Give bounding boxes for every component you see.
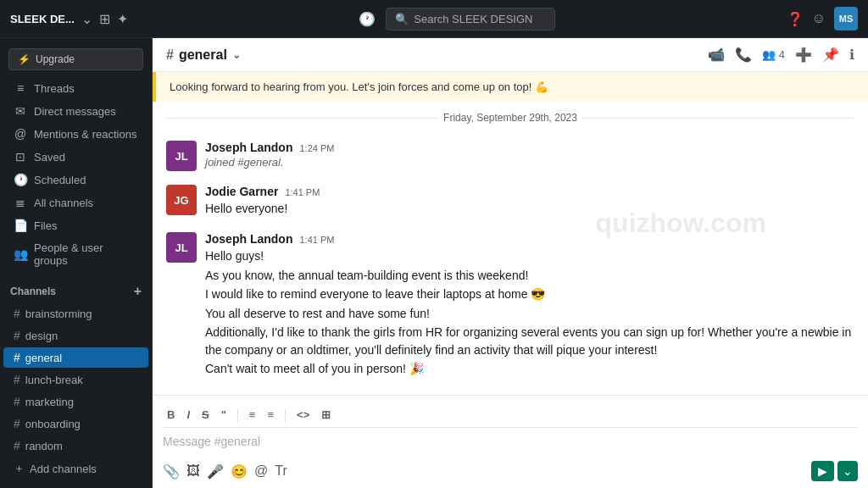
input-toolbar: B I S " ≡ ≡ <> ⊞ [163, 402, 858, 428]
message-joseph-hello[interactable]: JL Joseph Landon 1:41 PM Hello guys! As … [153, 225, 868, 385]
member-count[interactable]: 👥 4 [762, 48, 785, 61]
italic-button[interactable]: I [182, 406, 194, 424]
message-input[interactable] [163, 431, 858, 455]
sidebar-item-people[interactable]: 👥 People & user groups [3, 237, 148, 271]
pin-icon[interactable]: 📌 [822, 47, 839, 63]
msg-author: Jodie Garner [205, 185, 278, 198]
text-format-icon[interactable]: Tr [275, 463, 287, 479]
members-icon: 👥 [762, 48, 776, 61]
dm-section-header[interactable]: Direct messages + [0, 484, 152, 488]
microphone-icon[interactable]: 🎤 [207, 463, 224, 480]
attachment-icon[interactable]: 📎 [163, 463, 180, 480]
msg-time: 1:41 PM [299, 235, 334, 245]
expand-icon[interactable]: ⌄ [81, 11, 92, 27]
search-icon: 🔍 [395, 13, 409, 25]
history-icon[interactable]: 🕐 [359, 11, 376, 27]
workspace-name[interactable]: SLEEK DE... [10, 13, 75, 25]
channel-hash-icon: # [166, 47, 174, 63]
edit-icon[interactable]: ✦ [117, 11, 128, 27]
hash-icon: # [14, 307, 20, 320]
input-area: B I S " ≡ ≡ <> ⊞ 📎 🖼 🎤 [153, 395, 868, 488]
user-avatar[interactable]: MS [834, 7, 858, 30]
hash-icon: # [14, 439, 20, 452]
sidebar-item-files[interactable]: 📄 Files [3, 214, 148, 236]
channel-random[interactable]: # random [3, 435, 148, 456]
msg-line-1: As you know, the annual team-building ev… [205, 267, 854, 284]
msg-line-3: You all deserve to rest and have some fu… [205, 305, 854, 322]
main-content: # general ⌄ 📹 📞 👥 4 ➕ 📌 ℹ [153, 38, 868, 488]
channel-title[interactable]: # general ⌄ [166, 47, 241, 63]
toolbar-separator [237, 408, 238, 422]
video-icon[interactable]: 📹 [708, 47, 725, 63]
saved-icon: ⊡ [14, 150, 27, 164]
search-bar[interactable]: 🔍 Search SLEEK DESIGN [386, 8, 555, 30]
image-icon[interactable]: 🖼 [186, 463, 200, 479]
channel-general[interactable]: # general [3, 347, 148, 368]
emoji-picker-icon[interactable]: 😊 [231, 463, 248, 480]
channel-brainstorming[interactable]: # brainstorming [3, 303, 148, 324]
header-actions: 📹 📞 👥 4 ➕ 📌 ℹ [708, 47, 854, 63]
compose-icon[interactable]: ⊞ [99, 11, 110, 27]
msg-line-5: Can't wait to meet all of you in person!… [205, 360, 854, 377]
emoji-icon[interactable]: ☺ [812, 11, 826, 26]
channels-section-header[interactable]: Channels + [0, 275, 152, 302]
sidebar-item-threads[interactable]: ≡ Threads [3, 77, 148, 99]
mention-icon[interactable]: @ [254, 463, 268, 479]
channel-general-label: general [25, 352, 62, 364]
highlighted-text: Looking forward to hearing from you. Let… [170, 80, 548, 93]
channel-header: # general ⌄ 📹 📞 👥 4 ➕ 📌 ℹ [153, 38, 868, 72]
all-channels-label: All channels [34, 197, 93, 209]
add-channel-icon[interactable]: + [134, 284, 142, 299]
message-joseph-joined[interactable]: JL Joseph Landon 1:24 PM joined #general… [153, 134, 868, 178]
sidebar-item-direct-messages[interactable]: ✉ Direct messages [3, 100, 148, 122]
messages-area[interactable]: Looking forward to hearing from you. Let… [153, 72, 868, 395]
channel-lunch-break-label: lunch-break [25, 374, 83, 386]
add-member-icon[interactable]: ➕ [795, 47, 812, 63]
sidebar-item-all-channels[interactable]: ≣ All channels [3, 191, 148, 214]
chevron-down-icon: ⌄ [232, 49, 241, 61]
msg-line-2: I would like to remind everyone to leave… [205, 286, 854, 302]
send-button[interactable]: ▶ [811, 461, 834, 481]
code-button[interactable]: <> [292, 406, 314, 424]
quote-button[interactable]: " [217, 406, 231, 424]
msg-content-jodie: Jodie Garner 1:41 PM Hello everyone! [205, 185, 854, 219]
unordered-list-button[interactable]: ≡ [263, 406, 278, 424]
code-block-button[interactable]: ⊞ [317, 406, 335, 424]
msg-line: Hello everyone! [205, 200, 854, 217]
channel-random-label: random [25, 440, 63, 452]
channel-brainstorming-label: brainstorming [25, 308, 92, 320]
phone-icon[interactable]: 📞 [735, 47, 752, 63]
send-area: ▶ ⌄ [811, 461, 858, 481]
msg-line-0: Hello guys! [205, 247, 854, 264]
hash-icon: # [14, 417, 20, 430]
toolbar-separator2 [285, 408, 286, 422]
scheduled-icon: 🕐 [14, 173, 27, 186]
sidebar-item-scheduled[interactable]: 🕐 Scheduled [3, 169, 148, 191]
msg-content-joseph-joined: Joseph Landon 1:24 PM joined #general. [205, 141, 854, 171]
help-icon[interactable]: ❓ [787, 11, 804, 27]
upgrade-label: Upgrade [36, 53, 75, 65]
date-divider-friday: Friday, September 29th, 2023 [153, 102, 868, 134]
ordered-list-button[interactable]: ≡ [245, 406, 260, 424]
bold-button[interactable]: B [163, 406, 179, 424]
channel-onboarding-label: onboarding [25, 418, 81, 430]
strikethrough-button[interactable]: S [198, 406, 214, 424]
channel-marketing[interactable]: # marketing [3, 391, 148, 412]
add-channels-button[interactable]: ＋ Add channels [3, 458, 148, 480]
channel-lunch-break[interactable]: # lunch-break [3, 369, 148, 390]
channel-design-label: design [25, 330, 58, 342]
send-options-button[interactable]: ⌄ [837, 461, 858, 481]
system-text: joined #general. [205, 156, 854, 169]
date-friday: Friday, September 29th, 2023 [443, 112, 577, 124]
msg-header: Joseph Landon 1:41 PM [205, 232, 854, 246]
sidebar-item-mentions[interactable]: @ Mentions & reactions [3, 123, 148, 145]
upgrade-button[interactable]: ⚡ Upgrade [8, 48, 143, 70]
channel-onboarding[interactable]: # onboarding [3, 413, 148, 434]
threads-icon: ≡ [14, 81, 27, 95]
sidebar-item-saved[interactable]: ⊡ Saved [3, 146, 148, 168]
joseph-avatar-msg2: JL [166, 232, 197, 263]
info-icon[interactable]: ℹ [849, 47, 854, 63]
channel-design[interactable]: # design [3, 325, 148, 346]
message-jodie-hello[interactable]: JG Jodie Garner 1:41 PM Hello everyone! [153, 178, 868, 225]
hash-icon: # [14, 373, 20, 386]
